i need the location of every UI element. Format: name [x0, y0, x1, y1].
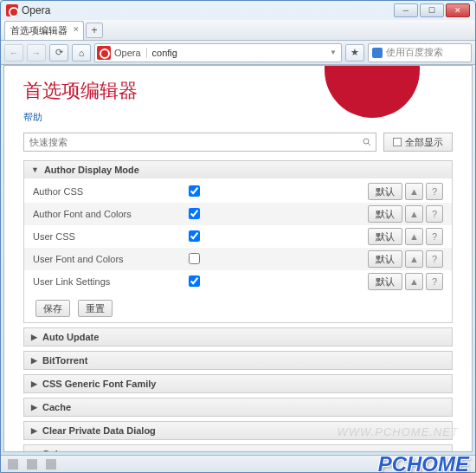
search-placeholder: 使用百度搜索 — [386, 46, 443, 59]
opera-favicon — [97, 46, 111, 60]
setting-checkbox[interactable] — [189, 185, 200, 197]
section-collapsed: ▶ Cache — [23, 398, 453, 417]
status-icon-3[interactable] — [46, 459, 56, 470]
help-button[interactable]: ? — [426, 250, 443, 268]
setting-label: User Link Settings — [33, 276, 189, 287]
section-title: Cache — [42, 402, 71, 412]
section-collapsed: ▶ BitTorrent — [23, 351, 453, 370]
search-box[interactable]: 使用百度搜索 — [368, 43, 472, 62]
section-author-display-mode: ▼ Author Display Mode Author CSS 默认 ▲ ? … — [23, 160, 453, 323]
status-icon-2[interactable] — [27, 459, 37, 470]
section-header[interactable]: ▶ CSS Generic Font Family — [24, 375, 452, 392]
back-button[interactable]: ← — [4, 44, 23, 62]
section-collapsed: ▶ CSS Generic Font Family — [23, 374, 453, 393]
expand-icon: ▶ — [31, 333, 37, 341]
help-button[interactable]: ? — [426, 273, 443, 290]
expand-icon: ▼ — [31, 165, 39, 174]
home-button[interactable]: ⌂ — [72, 44, 91, 62]
default-button[interactable]: 默认 — [368, 250, 402, 268]
setting-label: User CSS — [33, 231, 189, 242]
show-all-label: 全部显示 — [405, 136, 443, 149]
watermark-text: WWW.PCHOME.NET — [337, 425, 459, 438]
section-collapsed: ▶ Auto Update — [23, 327, 453, 347]
section-title: Author Display Mode — [44, 165, 139, 175]
status-icon-1[interactable] — [8, 459, 18, 470]
help-button[interactable]: ? — [426, 205, 443, 223]
reload-button[interactable]: ⟳ — [49, 44, 68, 62]
setting-checkbox[interactable] — [189, 230, 200, 242]
expand-icon: ▶ — [31, 450, 37, 452]
setting-checkbox[interactable] — [189, 208, 200, 219]
default-button[interactable]: 默认 — [368, 205, 402, 223]
up-button[interactable]: ▲ — [405, 183, 423, 200]
setting-row: User CSS 默认 ▲ ? — [24, 225, 452, 248]
section-header[interactable]: ▶ Auto Update — [24, 328, 452, 346]
up-button[interactable]: ▲ — [405, 228, 423, 245]
setting-row: User Link Settings 默认 ▲ ? — [24, 270, 452, 293]
help-link[interactable]: 帮助 — [23, 111, 42, 124]
minimize-button[interactable]: ─ — [394, 3, 418, 17]
bookmark-button[interactable]: ★ — [345, 44, 364, 62]
section-header[interactable]: ▼ Author Display Mode — [24, 161, 452, 178]
expand-icon: ▶ — [31, 403, 37, 411]
tab-close-icon[interactable]: ✕ — [73, 25, 80, 34]
section-title: Auto Update — [42, 332, 99, 342]
save-button[interactable]: 保存 — [35, 300, 70, 317]
browser-tab[interactable]: 首选项编辑器 ✕ — [4, 21, 84, 40]
setting-label: Author Font and Colors — [33, 209, 189, 219]
setting-row: User Font and Colors 默认 ▲ ? — [24, 248, 452, 270]
section-title: CSS Generic Font Family — [42, 379, 156, 389]
show-all-button[interactable]: 全部显示 — [383, 133, 453, 152]
section-collapsed: ▶ Colors — [23, 444, 453, 452]
opera-icon — [6, 4, 18, 16]
setting-row: Author CSS 默认 ▲ ? — [24, 180, 452, 203]
pchome-logo: PCHOME — [378, 452, 469, 473]
address-bar[interactable]: Opera ▼ — [94, 43, 342, 62]
url-brand: Opera — [114, 48, 147, 58]
section-header[interactable]: ▶ Cache — [24, 398, 452, 416]
quick-search-input[interactable] — [23, 133, 376, 152]
decorative-banner — [325, 66, 420, 118]
default-button[interactable]: 默认 — [368, 228, 402, 245]
section-title: BitTorrent — [42, 355, 87, 366]
new-tab-button[interactable]: + — [86, 23, 103, 38]
show-all-checkbox-icon — [393, 138, 402, 146]
url-dropdown-icon[interactable]: ▼ — [327, 49, 339, 56]
up-button[interactable]: ▲ — [405, 205, 423, 223]
expand-icon: ▶ — [31, 379, 37, 388]
up-button[interactable]: ▲ — [405, 273, 423, 290]
setting-checkbox[interactable] — [189, 253, 200, 264]
section-header[interactable]: ▶ BitTorrent — [24, 352, 452, 369]
svg-rect-0 — [8, 459, 18, 470]
default-button[interactable]: 默认 — [368, 183, 402, 200]
setting-label: User Font and Colors — [33, 254, 189, 264]
help-button[interactable]: ? — [426, 228, 443, 245]
up-button[interactable]: ▲ — [405, 250, 423, 268]
help-button[interactable]: ? — [426, 183, 443, 200]
svg-rect-1 — [27, 459, 37, 470]
close-button[interactable]: ✕ — [446, 3, 470, 17]
search-engine-icon — [372, 48, 383, 58]
svg-rect-2 — [46, 459, 56, 470]
section-title: Clear Private Data Dialog — [42, 425, 156, 436]
setting-checkbox[interactable] — [189, 275, 200, 287]
reset-button[interactable]: 重置 — [78, 300, 113, 317]
maximize-button[interactable]: ☐ — [420, 3, 444, 17]
setting-row: Author Font and Colors 默认 ▲ ? — [24, 203, 452, 225]
section-title: Colors — [42, 449, 73, 452]
default-button[interactable]: 默认 — [368, 273, 402, 290]
setting-label: Author CSS — [33, 186, 189, 197]
section-header[interactable]: ▶ Colors — [24, 445, 452, 452]
forward-button[interactable]: → — [27, 44, 46, 62]
url-input[interactable] — [152, 48, 327, 58]
expand-icon: ▶ — [31, 426, 37, 435]
window-title: Opera — [22, 4, 50, 16]
tab-label: 首选项编辑器 — [10, 24, 68, 37]
expand-icon: ▶ — [31, 356, 37, 365]
